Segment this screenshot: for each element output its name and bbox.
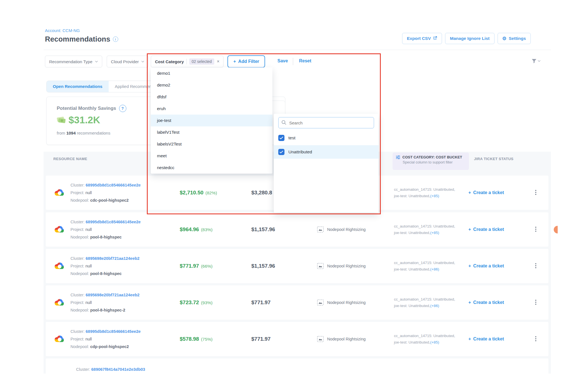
cluster-link[interactable]: 68995db8d1c854666145ee2e [86, 329, 141, 334]
reset-filter-link[interactable]: Reset [299, 58, 311, 63]
create-ticket-button[interactable]: +Create a ticket [468, 190, 504, 195]
funnel-icon [532, 59, 537, 63]
manage-ignore-list-button[interactable]: Manage Ignore List [445, 33, 494, 44]
create-ticket-button[interactable]: +Create a ticket [468, 300, 504, 305]
recommendation-type-cell: Nodepool Rightsizing [317, 226, 366, 233]
savings-card-title: Potential Monthly Savings ? [57, 105, 126, 112]
row-menu-kebab-icon[interactable] [533, 300, 539, 305]
column-header-jira-status[interactable]: JIRA TICKET STATUS [474, 157, 514, 161]
cluster-link[interactable]: 6895698e20bf721aa124eeb2 [86, 256, 140, 261]
more-categories-link[interactable]: (+85) [430, 340, 439, 344]
potential-spend-cell: $771.97 [251, 299, 271, 306]
potential-spend-cell: $1,157.96 [251, 263, 275, 269]
help-icon[interactable]: ? [119, 105, 126, 112]
settings-button[interactable]: ⚙ Settings [498, 33, 531, 44]
recommendation-type-cell: Nodepool Rightsizing [317, 335, 366, 343]
floating-widget-partial[interactable] [554, 226, 558, 233]
gcp-icon [54, 225, 65, 234]
cluster-link[interactable]: 68995db8d1c854666145ee2e [86, 183, 141, 187]
tab-open-recommendations[interactable]: Open Recommendations [47, 81, 109, 92]
potential-spend-cell: $771.97 [251, 336, 271, 342]
dropdown-option-highlighted[interactable]: joe-test [151, 115, 272, 126]
settings-label: Settings [509, 36, 526, 41]
monthly-savings-cell: $964.96(83%) [180, 226, 213, 233]
dropdown-option[interactable]: dfdsf [151, 91, 272, 103]
row-menu-kebab-icon[interactable] [533, 227, 539, 232]
table-row[interactable]: Cluster: 68995db8d1c854666145ee2e Projec… [46, 212, 548, 247]
cluster-link[interactable]: 68995db8d1c854666145ee2e [86, 220, 141, 224]
cloud-provider-filter[interactable]: Cloud Provider [107, 56, 149, 67]
create-ticket-button[interactable]: +Create a ticket [468, 227, 504, 232]
table-row-partial[interactable]: Cluster: 689067f8414a7041e2e3db03 [46, 358, 548, 374]
monthly-savings-cell: $578.98(75%) [180, 336, 213, 342]
checkbox-option-unattributed[interactable]: Unattributed [274, 145, 379, 159]
checkbox-option-test[interactable]: test [274, 131, 379, 145]
gcp-icon [54, 298, 65, 307]
submenu-search [278, 117, 374, 128]
dropdown-option[interactable]: demo1 [151, 67, 272, 79]
info-icon[interactable]: i [113, 37, 118, 42]
resource-cell: Cluster: 6895698e20bf721aa124eeb2 Projec… [54, 291, 140, 314]
more-categories-link[interactable]: (+85) [430, 231, 439, 235]
cost-category-filter[interactable]: Cost Category 02 selected × [151, 56, 224, 67]
dropdown-option[interactable]: meet [151, 150, 272, 162]
chip-divider [186, 59, 187, 64]
cost-category-label: Cost Category [155, 59, 184, 64]
dropdown-option[interactable]: labelsV2Test [151, 138, 272, 150]
recommendation-type-cell: Nodepool Rightsizing [317, 299, 366, 306]
gear-icon: ⚙ [502, 36, 507, 41]
checkbox-checked-icon[interactable] [278, 135, 284, 141]
cost-category-cell: cc_automation_14715: Unattributed, joe-t… [394, 186, 455, 199]
resource-cell: Cluster: 68995db8d1c854666145ee2e Projec… [54, 218, 141, 241]
dropdown-option[interactable]: nestedcc [151, 162, 272, 174]
checkbox-label: test [288, 135, 295, 140]
selected-count-badge: 02 selected [189, 58, 215, 65]
plus-icon: + [233, 59, 236, 64]
more-categories-link[interactable]: (+86) [430, 267, 439, 271]
chevron-down-icon [141, 61, 144, 63]
more-categories-link[interactable]: (+85) [430, 194, 439, 198]
money-icon [56, 116, 66, 124]
create-ticket-button[interactable]: +Create a ticket [468, 337, 504, 342]
row-menu-kebab-icon[interactable] [533, 263, 539, 269]
more-categories-link[interactable]: (+86) [430, 304, 439, 308]
add-filter-button[interactable]: + Add Filter [227, 55, 265, 68]
cluster-link[interactable]: 689067f8414a7041e2e3db03 [91, 367, 145, 372]
search-input[interactable] [278, 117, 374, 128]
dropdown-option[interactable]: labelV1Test [151, 126, 272, 138]
recommendation-type-label: Recommendation Type [49, 59, 92, 64]
row-menu-kebab-icon[interactable] [533, 190, 539, 196]
gcp-icon [54, 262, 65, 270]
table-row[interactable]: Cluster: 6895698e20bf721aa124eeb2 Projec… [46, 285, 548, 320]
column-header-cost-category[interactable]: COST CATEGORY: COST BUCKET Special colum… [393, 153, 469, 170]
filter-panel-toggle[interactable] [532, 59, 541, 63]
recommendation-type-filter[interactable]: Recommendation Type [45, 56, 102, 67]
save-filter-link[interactable]: Save [277, 58, 288, 63]
recommendation-count: 1094 [66, 131, 76, 135]
cost-bucket-submenu: test Unattributed [274, 114, 379, 213]
account-breadcrumb[interactable]: Account: CCM-NG [45, 28, 80, 33]
cost-category-cell: cc_automation_14715: Unattributed, joe-t… [394, 260, 455, 272]
cost-category-header-text: COST CATEGORY: COST BUCKET [402, 155, 462, 159]
column-header-resource-name[interactable]: RESOURCE NAME [53, 157, 87, 161]
rightsizing-icon [317, 226, 324, 233]
resource-cell: Cluster: 68995db8d1c854666145ee2e Projec… [54, 181, 141, 204]
clear-filter-icon[interactable]: × [217, 59, 219, 64]
export-csv-label: Export CSV [407, 36, 431, 41]
dropdown-option[interactable]: eruh [151, 103, 272, 115]
create-ticket-button[interactable]: +Create a ticket [468, 263, 504, 269]
checkbox-checked-icon[interactable] [278, 149, 284, 155]
chevron-down-icon [95, 61, 98, 63]
link-divider [293, 58, 293, 65]
savings-amount-value: $31.2K [69, 114, 100, 126]
dropdown-option[interactable]: demo2 [151, 79, 272, 91]
row-menu-kebab-icon[interactable] [533, 336, 539, 342]
page-title: Recommendations i [45, 35, 118, 44]
cluster-link[interactable]: 6895698e20bf721aa124eeb2 [86, 293, 140, 297]
table-row[interactable]: Cluster: 6895698e20bf721aa124eeb2 Projec… [46, 249, 548, 283]
search-icon [281, 120, 286, 126]
resource-cell: Cluster: 68995db8d1c854666145ee2e Projec… [54, 328, 141, 351]
export-csv-button[interactable]: Export CSV [402, 33, 442, 44]
gcp-icon [54, 188, 65, 197]
table-row[interactable]: Cluster: 68995db8d1c854666145ee2e Projec… [46, 322, 548, 356]
